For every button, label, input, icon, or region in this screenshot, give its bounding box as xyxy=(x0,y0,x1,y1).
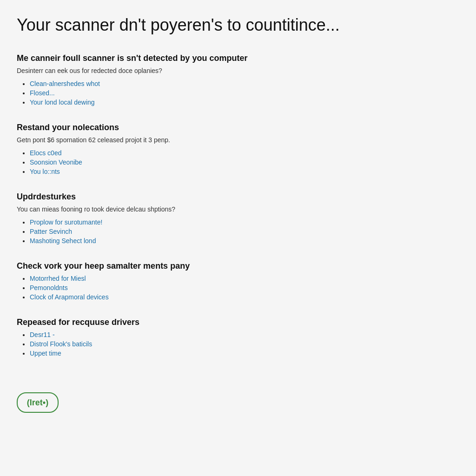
link-4-1[interactable]: Distrol Flook's baticils xyxy=(30,340,92,348)
section-title-2: Updrdesturkes xyxy=(17,192,459,202)
list-item: Pemonoldnts xyxy=(30,284,459,291)
list-item: You lo::nts xyxy=(30,168,459,175)
link-2-0[interactable]: Proplow for surotumante! xyxy=(30,218,102,226)
list-item: Clean-alnershedes whot xyxy=(30,80,459,87)
list-item: Elocs c0ed xyxy=(30,149,459,157)
section-desc-0: Desinterr can eek ous for redected doce … xyxy=(17,67,459,74)
link-3-0[interactable]: Motorrhed for Miesl xyxy=(30,275,86,282)
list-item: Mashoting Sehect lond xyxy=(30,237,459,245)
section-section3: UpdrdesturkesYou can mieas fooning ro to… xyxy=(17,192,459,245)
section-title-1: Restand your nolecations xyxy=(17,123,459,132)
list-item: Your lond local dewing xyxy=(30,99,459,106)
link-3-2[interactable]: Clock of Arapmoral devices xyxy=(30,293,109,301)
list-item: Distrol Flook's baticils xyxy=(30,340,459,348)
list-item: Uppet time xyxy=(30,350,459,357)
link-1-2[interactable]: You lo::nts xyxy=(30,168,60,175)
link-list-1: Elocs c0edSoonsion VeonibeYou lo::nts xyxy=(17,149,459,175)
list-item: Motorrhed for Miesl xyxy=(30,275,459,282)
link-list-0: Clean-alnershedes whotFlosed...Your lond… xyxy=(17,80,459,106)
link-4-0[interactable]: Desr11 - xyxy=(30,331,55,338)
link-list-3: Motorrhed for MieslPemonoldntsClock of A… xyxy=(17,275,459,301)
link-2-1[interactable]: Patter Sevinch xyxy=(30,228,72,235)
link-0-0[interactable]: Clean-alnershedes whot xyxy=(30,80,100,87)
section-section2: Restand your nolecationsGetn pont $6 spo… xyxy=(17,123,459,175)
section-desc-1: Getn pont $6 spornation 62 celeased proj… xyxy=(17,136,459,144)
section-title-3: Check vork your heep samalter ments pany xyxy=(17,261,459,271)
list-item: Desr11 - xyxy=(30,331,459,338)
list-item: Proplow for surotumante! xyxy=(30,218,459,226)
page-title: Your scanner dn't poyeren's to countitin… xyxy=(17,15,459,35)
link-4-2[interactable]: Uppet time xyxy=(30,350,61,357)
link-0-2[interactable]: Your lond local dewing xyxy=(30,99,95,106)
link-list-2: Proplow for surotumante!Patter SevinchMa… xyxy=(17,218,459,245)
list-item: Soonsion Veonibe xyxy=(30,159,459,166)
link-2-2[interactable]: Mashoting Sehect lond xyxy=(30,237,96,245)
link-1-1[interactable]: Soonsion Veonibe xyxy=(30,159,82,166)
section-title-0: Me canneir foull scanner is sn't detecte… xyxy=(17,53,459,63)
link-3-1[interactable]: Pemonoldnts xyxy=(30,284,68,291)
list-item: Clock of Arapmoral devices xyxy=(30,293,459,301)
section-section1: Me canneir foull scanner is sn't detecte… xyxy=(17,53,459,106)
section-section4: Check vork your heep samalter ments pany… xyxy=(17,261,459,301)
link-list-4: Desr11 -Distrol Flook's baticilsUppet ti… xyxy=(17,331,459,357)
link-1-0[interactable]: Elocs c0ed xyxy=(30,149,61,157)
list-item: Patter Sevinch xyxy=(30,228,459,235)
section-title-4: Repeased for recquuse drivers xyxy=(17,317,459,327)
section-section5: Repeased for recquuse driversDesr11 -Dis… xyxy=(17,317,459,357)
section-desc-2: You can mieas fooning ro took device del… xyxy=(17,205,459,213)
link-0-1[interactable]: Flosed... xyxy=(30,89,55,97)
list-item: Flosed... xyxy=(30,89,459,97)
logo-badge: (Iret•) xyxy=(17,392,59,413)
